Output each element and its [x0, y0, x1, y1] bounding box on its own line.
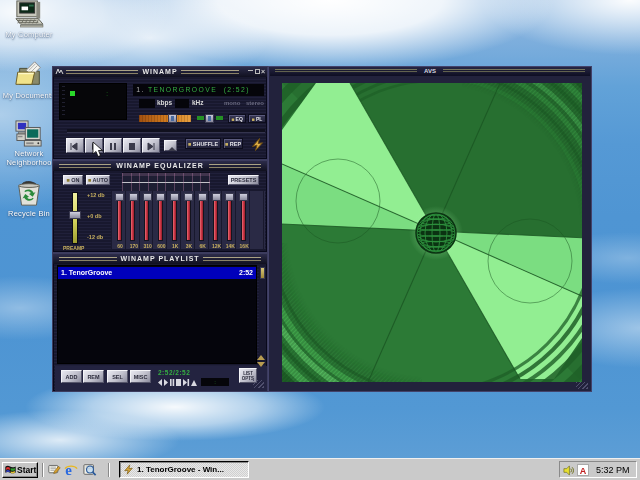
- svg-text:e: e: [65, 463, 72, 477]
